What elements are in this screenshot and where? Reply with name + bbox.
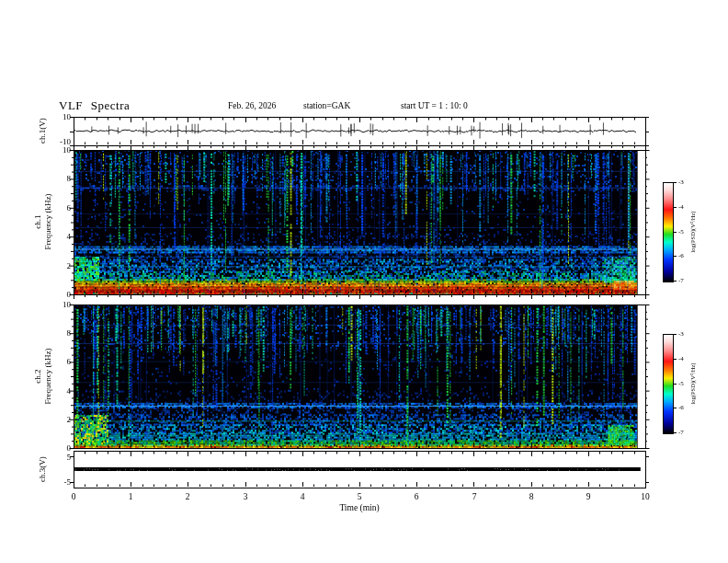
cbar2-unit-label: log(PSD)(V²/Hz)	[689, 363, 696, 405]
plot-canvas	[0, 0, 728, 563]
xtick-9: 9	[586, 493, 591, 502]
xtick-5: 5	[358, 493, 362, 502]
ch3-ytick-5: 5	[47, 454, 71, 462]
cbar2-tick-neg5: -5	[678, 381, 684, 387]
xtick-4: 4	[301, 493, 305, 502]
page-title: VLF Spectra	[59, 99, 130, 111]
colorbar-ch2	[663, 334, 674, 434]
sp1-ytick-0: 0	[47, 291, 71, 299]
xtick-1: 1	[129, 493, 133, 502]
cbar2-tick-neg7: -7	[678, 430, 684, 436]
ch1-voltage-axis-label: ch.1(V)	[39, 118, 47, 144]
cbar1-tick-neg5: -5	[678, 229, 684, 236]
sp1-ytick-2: 2	[47, 262, 71, 270]
ch1-channel-label: ch.1	[33, 193, 43, 249]
xtick-3: 3	[244, 493, 248, 502]
sp2-ytick-0: 0	[47, 444, 71, 453]
xtick-0: 0	[72, 493, 76, 502]
sp1-ytick-10: 10	[47, 146, 71, 155]
ch1-wave-ytick-10: 10	[47, 113, 71, 121]
time-axis-label: Time (min)	[339, 504, 379, 513]
start-time-label: start UT = 1 : 10: 0	[401, 102, 468, 111]
sp1-ytick-6: 6	[47, 204, 71, 213]
sp2-ytick-6: 6	[47, 358, 71, 366]
xtick-7: 7	[472, 493, 477, 502]
sp2-ytick-8: 8	[47, 329, 71, 338]
ch2-channel-label: ch.2	[33, 348, 43, 404]
sp2-ytick-2: 2	[47, 416, 71, 424]
xtick-6: 6	[415, 493, 419, 502]
cbar1-unit-label: log(PSD)(V²/Hz)	[689, 212, 696, 253]
station-label: station=GAK	[303, 102, 350, 111]
xtick-2: 2	[186, 493, 190, 502]
ch1-frequency-unit-label: Frequency (kHz)	[43, 193, 53, 249]
colorbar-ch1	[663, 182, 674, 282]
sp2-ytick-4: 4	[47, 387, 71, 396]
cbar2-tick-neg3: -3	[678, 331, 684, 338]
ch3-voltage-axis-label: ch.3(V)	[39, 456, 47, 482]
cbar1-tick-neg3: -3	[678, 179, 684, 186]
ch3-ytick-neg5: -5	[47, 478, 71, 487]
cbar2-tick-neg4: -4	[678, 356, 684, 362]
xtick-10: 10	[641, 493, 650, 502]
cbar2-tick-neg6: -6	[678, 405, 684, 411]
sp1-ytick-4: 4	[47, 233, 71, 241]
sp2-ytick-10: 10	[47, 301, 71, 309]
cbar1-tick-neg4: -4	[678, 204, 684, 211]
date-label: Feb. 26, 2026	[228, 102, 276, 111]
ch1-frequency-axis-label: ch.1 Frequency (kHz)	[33, 193, 53, 249]
cbar1-tick-neg6: -6	[678, 253, 684, 259]
cbar1-tick-neg7: -7	[678, 278, 684, 284]
xtick-8: 8	[529, 493, 534, 502]
sp1-ytick-8: 8	[47, 175, 71, 183]
vlf-spectra-figure: VLF Spectra Feb. 26, 2026 station=GAK st…	[0, 0, 728, 563]
